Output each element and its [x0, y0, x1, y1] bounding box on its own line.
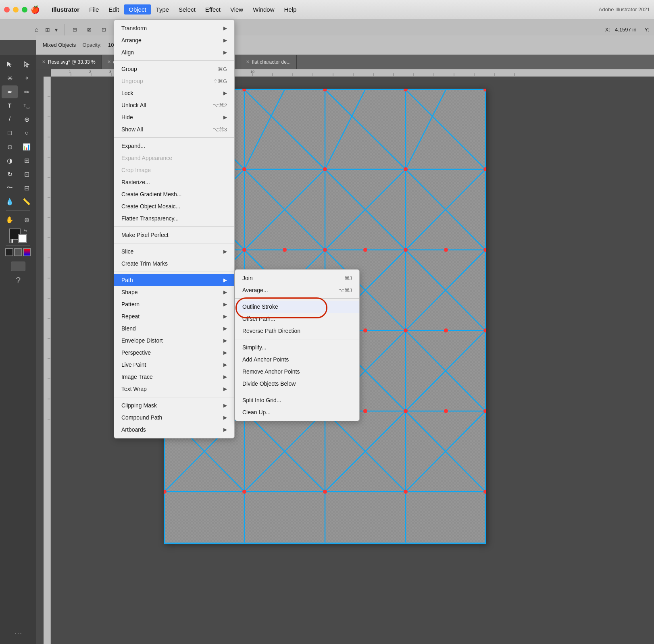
menu-image-trace[interactable]: Image Trace ▶ — [114, 371, 234, 383]
menu-group[interactable]: Group ⌘G — [114, 63, 234, 75]
path-offset-path[interactable]: Offset Path... — [235, 313, 359, 325]
mesh-tool[interactable]: ⊞ — [19, 154, 35, 167]
swap-colors-icon[interactable]: ⇆ — [24, 229, 27, 233]
shape-builder-tool[interactable]: ⊕ — [19, 113, 35, 126]
normal-view-icon[interactable] — [5, 248, 13, 256]
menu-arrange[interactable]: Arrange ▶ — [114, 34, 234, 46]
magic-wand-tool[interactable]: ✳ — [2, 72, 18, 85]
tab-flat-character[interactable]: ✕ flat character de... — [240, 55, 297, 69]
scale-tool[interactable]: ⊡ — [19, 168, 35, 181]
none-swatch[interactable] — [9, 239, 13, 243]
minimize-button[interactable] — [13, 7, 19, 12]
menu-expand[interactable]: Expand... — [114, 140, 234, 152]
chart-tool[interactable]: 📊 — [19, 140, 35, 153]
menu-make-pixel-perfect[interactable]: Make Pixel Perfect — [114, 229, 234, 241]
hand-tool[interactable]: ✋ — [2, 213, 18, 226]
menu-type[interactable]: Type — [151, 4, 174, 15]
menu-edit[interactable]: Edit — [104, 4, 124, 15]
apple-menu[interactable]: 🍎 — [31, 5, 40, 14]
path-simplify[interactable]: Simplify... — [235, 341, 359, 353]
zoom-tool[interactable]: ⊕ — [19, 213, 35, 226]
menu-artboards[interactable]: Artboards ▶ — [114, 424, 234, 436]
menu-transform[interactable]: Transform ▶ — [114, 22, 234, 34]
touch-type-tool[interactable]: T‿ — [19, 99, 35, 112]
pen-tool[interactable]: ✒ — [2, 85, 18, 98]
path-split-into-grid[interactable]: Split Into Grid... — [235, 394, 359, 406]
lasso-tool[interactable]: ⌖ — [19, 72, 35, 85]
menu-pattern[interactable]: Pattern ▶ — [114, 298, 234, 310]
line-tool[interactable]: / — [2, 113, 18, 126]
menu-effect[interactable]: Effect — [200, 4, 225, 15]
tab-rose[interactable]: ✕ Rose.svg* @ 33.33 % — [36, 55, 102, 69]
menu-window[interactable]: Window — [248, 4, 279, 15]
selection-tool[interactable] — [2, 58, 18, 71]
menu-live-paint[interactable]: Live Paint ▶ — [114, 359, 234, 371]
path-divide-objects-below[interactable]: Divide Objects Below — [235, 378, 359, 390]
menu-create-object-mosaic[interactable]: Create Object Mosaic... — [114, 200, 234, 212]
tab-close-rose[interactable]: ✕ — [42, 59, 46, 64]
menu-view[interactable]: View — [225, 4, 248, 15]
gradient-tool[interactable]: ◑ — [2, 154, 18, 167]
menu-align[interactable]: Align ▶ — [114, 46, 234, 58]
eyedropper-tool[interactable]: 💧 — [2, 195, 18, 208]
menu-slice[interactable]: Slice ▶ — [114, 245, 234, 258]
path-clean-up[interactable]: Clean Up... — [235, 406, 359, 418]
menu-clipping-mask[interactable]: Clipping Mask ▶ — [114, 399, 234, 411]
menu-path[interactable]: Path ▶ — [114, 274, 234, 286]
menu-hide[interactable]: Hide ▶ — [114, 111, 234, 123]
chevron-down-icon[interactable]: ▾ — [55, 27, 58, 33]
close-button[interactable] — [4, 7, 10, 12]
warp-tool[interactable]: 〜 — [2, 181, 18, 194]
menu-shape[interactable]: Shape ▶ — [114, 286, 234, 298]
edit-art-icon[interactable] — [11, 262, 25, 271]
menu-repeat[interactable]: Repeat ▶ — [114, 310, 234, 322]
measure-tool[interactable]: 📏 — [19, 195, 35, 208]
app-name[interactable]: Illustrator — [47, 4, 84, 15]
menu-help[interactable]: Help — [279, 4, 302, 15]
menu-create-trim-marks[interactable]: Create Trim Marks — [114, 258, 234, 270]
tab-close-design[interactable]: ✕ — [107, 59, 111, 64]
path-outline-stroke[interactable]: Outline Stroke — [235, 301, 359, 313]
align-center-icon[interactable]: ⊠ — [84, 24, 95, 35]
path-reverse-direction[interactable]: Reverse Path Direction — [235, 325, 359, 337]
path-join[interactable]: Join ⌘J — [235, 272, 359, 284]
menu-crop-image[interactable]: Crop Image — [114, 164, 234, 176]
menu-select[interactable]: Select — [174, 4, 200, 15]
rectangle-tool[interactable]: □ — [2, 127, 18, 139]
menu-object[interactable]: Object — [124, 4, 151, 15]
ellipse-tool[interactable]: ○ — [19, 127, 35, 139]
tab-close-flat[interactable]: ✕ — [246, 59, 250, 64]
color-swatches[interactable]: ⇆ — [9, 229, 27, 243]
menu-expand-appearance[interactable]: Expand Appearance — [114, 152, 234, 164]
more-tools-icon[interactable]: ⋯ — [14, 628, 22, 641]
rotate-tool[interactable]: ↻ — [2, 168, 18, 181]
pencil-tool[interactable]: ✏ — [19, 85, 35, 98]
align-right-icon[interactable]: ⊡ — [98, 24, 110, 35]
layout-icon[interactable]: ⊞ — [45, 27, 50, 33]
menu-file[interactable]: File — [84, 4, 104, 15]
menu-text-wrap[interactable]: Text Wrap ▶ — [114, 383, 234, 395]
menu-flatten-transparency[interactable]: Flatten Transparency... — [114, 212, 234, 224]
menu-envelope-distort[interactable]: Envelope Distort ▶ — [114, 334, 234, 347]
menu-create-gradient-mesh[interactable]: Create Gradient Mesh... — [114, 188, 234, 200]
column-graph-tool[interactable]: ⊟ — [19, 181, 35, 194]
type-tool[interactable]: T — [2, 99, 18, 112]
menu-lock[interactable]: Lock ▶ — [114, 87, 234, 99]
align-left-icon[interactable]: ⊟ — [69, 24, 81, 35]
maximize-button[interactable] — [22, 7, 27, 12]
path-add-anchor-points[interactable]: Add Anchor Points — [235, 353, 359, 366]
menu-perspective[interactable]: Perspective ▶ — [114, 347, 234, 359]
gradient-view-icon[interactable] — [23, 248, 31, 256]
question-icon[interactable]: ? — [16, 275, 21, 286]
path-average[interactable]: Average... ⌥⌘J — [235, 284, 359, 296]
menu-rasterize[interactable]: Rasterize... — [114, 176, 234, 188]
menu-ungroup[interactable]: Ungroup ⇧⌘G — [114, 75, 234, 87]
menu-unlock-all[interactable]: Unlock All ⌥⌘2 — [114, 99, 234, 111]
menu-show-all[interactable]: Show All ⌥⌘3 — [114, 123, 234, 135]
direct-selection-tool[interactable] — [19, 58, 35, 71]
menu-blend[interactable]: Blend ▶ — [114, 322, 234, 334]
screen-mode-icon[interactable] — [14, 248, 22, 256]
home-icon[interactable]: ⌂ — [35, 26, 39, 33]
path-remove-anchor-points[interactable]: Remove Anchor Points — [235, 366, 359, 378]
menu-compound-path[interactable]: Compound Path ▶ — [114, 411, 234, 424]
